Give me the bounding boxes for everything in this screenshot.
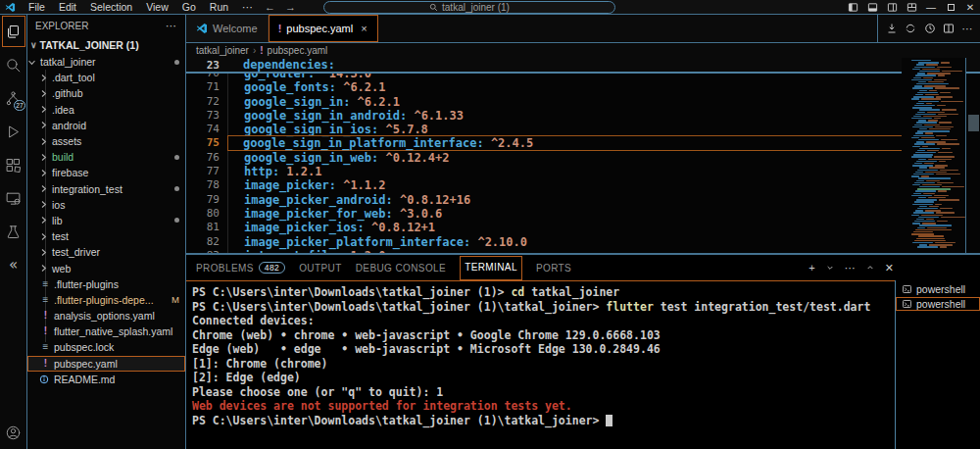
warning-file-icon: ! bbox=[39, 357, 52, 371]
panel-tab-output[interactable]: OUTPUT bbox=[299, 256, 342, 280]
panel-tab-terminal[interactable]: TERMINAL bbox=[460, 256, 522, 280]
tree-item-.dart_tool[interactable]: .dart_tool bbox=[27, 70, 185, 85]
tree-item-.github[interactable]: .github bbox=[27, 85, 185, 101]
close-button[interactable]: ✕ bbox=[960, 0, 980, 14]
editor-tab-welcome[interactable]: Welcome bbox=[186, 15, 269, 42]
close-tab-icon[interactable]: × bbox=[361, 23, 367, 34]
code-line-74[interactable]: 74google_sign_in_ios: ^5.7.8 bbox=[186, 123, 980, 136]
menu-go[interactable]: Go bbox=[175, 0, 203, 14]
minimap-row bbox=[906, 139, 965, 140]
tree-item-web[interactable]: web bbox=[27, 260, 185, 275]
chevron-right-icon bbox=[39, 153, 50, 162]
menu-edit[interactable]: Edit bbox=[52, 0, 83, 14]
tree-item-build[interactable]: build bbox=[27, 149, 185, 165]
scrollbar-thumb[interactable] bbox=[968, 115, 979, 131]
activity-explorer-icon[interactable] bbox=[0, 15, 27, 48]
activity-testing-icon[interactable] bbox=[0, 215, 27, 248]
editor-tab-pubspec-yaml[interactable]: !pubspec.yaml× bbox=[269, 15, 378, 42]
panel-tab-debug-console[interactable]: DEBUG CONSOLE bbox=[356, 256, 446, 280]
sidebar-more-actions-icon[interactable]: ⋯ bbox=[166, 20, 177, 32]
layout-secondary-sidebar-icon[interactable] bbox=[882, 0, 902, 14]
activity-source-control-icon[interactable]: 27 bbox=[0, 81, 27, 115]
tree-item-test[interactable]: test bbox=[27, 228, 185, 244]
minimize-button[interactable]: — bbox=[921, 0, 941, 14]
tree-item-pubspec.yaml[interactable]: !pubspec.yaml bbox=[27, 356, 185, 372]
tree-item-test_driver[interactable]: test_driver bbox=[27, 244, 185, 260]
new-terminal-icon[interactable]: + bbox=[808, 262, 814, 274]
breadcrumb-file[interactable]: pubspec.yaml bbox=[268, 45, 328, 56]
sync-icon[interactable] bbox=[905, 23, 916, 34]
tree-item-assets[interactable]: assets bbox=[27, 133, 185, 149]
tree-item-pubspec.lock[interactable]: ≡pubspec.lock bbox=[27, 339, 185, 355]
layout-panel-icon[interactable] bbox=[862, 0, 882, 14]
split-editor-icon[interactable] bbox=[943, 23, 955, 34]
tree-item-.flutter-plugins[interactable]: ≡.flutter-plugins bbox=[27, 276, 185, 292]
close-panel-icon[interactable]: ✕ bbox=[885, 262, 894, 274]
tree-item-lib[interactable]: lib bbox=[27, 213, 185, 228]
code-line-79[interactable]: 79image_picker_android: ^0.8.12+16 bbox=[186, 193, 980, 207]
tree-item-.idea[interactable]: .idea bbox=[27, 102, 185, 118]
tree-item-label: pubspec.lock bbox=[52, 341, 179, 353]
code-line-75[interactable]: 75google_sign_in_platform_interface: ^2.… bbox=[186, 136, 980, 150]
code-line-77[interactable]: 77http: 1.2.1 bbox=[186, 165, 980, 178]
activity-remote-explorer-icon[interactable] bbox=[0, 181, 27, 215]
timeline-clock-icon[interactable] bbox=[924, 23, 936, 34]
panel-tab-ports[interactable]: PORTS bbox=[536, 256, 571, 280]
menu-[interactable]: ⋯ bbox=[235, 0, 260, 14]
restore-button[interactable] bbox=[941, 0, 960, 14]
minimap-row bbox=[906, 156, 965, 157]
activity-run-debug-icon[interactable] bbox=[0, 115, 27, 148]
run-file-icon[interactable] bbox=[886, 23, 898, 34]
tree-item-android[interactable]: android bbox=[27, 118, 185, 133]
command-center-search[interactable]: tatkal_joiner (1) bbox=[323, 1, 615, 14]
terminal-output[interactable]: PS C:\Users\inter\Downloads\tatkal_joine… bbox=[186, 280, 895, 449]
menu-run[interactable]: Run bbox=[203, 0, 235, 14]
tree-item-firebase[interactable]: firebase bbox=[27, 165, 185, 180]
activity-extensions-icon[interactable] bbox=[0, 148, 27, 181]
menu-selection[interactable]: Selection bbox=[83, 0, 139, 14]
minimap[interactable] bbox=[902, 58, 965, 253]
tree-item-analysis_options.yaml[interactable]: !analysis_options.yaml bbox=[27, 308, 185, 324]
maximize-panel-icon[interactable] bbox=[866, 264, 874, 272]
panel-tab-problems[interactable]: PROBLEMS482 bbox=[196, 256, 285, 280]
more-actions-icon[interactable]: ⋯ bbox=[962, 23, 973, 35]
terminal-instance-1[interactable]: powershell bbox=[896, 282, 980, 297]
tree-item-tatkal_joiner[interactable]: tatkal_joiner bbox=[27, 54, 185, 70]
terminal-dropdown-icon[interactable] bbox=[826, 264, 834, 272]
tree-item-flutter_native_splash.yaml[interactable]: !flutter_native_splash.yaml bbox=[27, 324, 185, 339]
minimap-row bbox=[906, 233, 965, 234]
code-line-78[interactable]: 78image_picker: ^1.1.2 bbox=[186, 178, 980, 192]
layout-sidebar-icon[interactable] bbox=[843, 0, 862, 14]
line-content: google_sign_in_web: ^0.12.4+2 bbox=[227, 151, 964, 165]
menu-view[interactable]: View bbox=[139, 0, 175, 14]
activity-search-icon[interactable] bbox=[0, 48, 27, 81]
terminal-instance-2[interactable]: powershell bbox=[896, 297, 980, 312]
tree-item-integration_test[interactable]: integration_test bbox=[27, 181, 185, 197]
code-line-80[interactable]: 80image_picker_for_web: ^3.0.6 bbox=[186, 207, 980, 221]
activity-flutter-icon[interactable]: « bbox=[0, 248, 27, 281]
menu-file[interactable]: File bbox=[22, 0, 52, 14]
code-line-76[interactable]: 76google_sign_in_web: ^0.12.4+2 bbox=[186, 151, 980, 165]
bottom-panel: PROBLEMS482OUTPUTDEBUG CONSOLETERMINALPO… bbox=[186, 253, 980, 449]
code-line-71[interactable]: 71google_fonts: ^6.2.1 bbox=[186, 80, 980, 94]
tree-item-ios[interactable]: ios bbox=[27, 197, 185, 213]
activity-account-icon[interactable] bbox=[0, 416, 27, 449]
editor-content[interactable]: 23 dependencies: 70go_router: ^14.3.071g… bbox=[186, 58, 980, 253]
line-content: image_picker_android: ^0.8.12+16 bbox=[227, 193, 964, 207]
tree-item-.flutter-plugins-depe...[interactable]: ≡.flutter-plugins-depe...M bbox=[27, 292, 185, 308]
minimap-row bbox=[906, 186, 965, 187]
code-line-81[interactable]: 81image_picker_ios: ^0.8.12+1 bbox=[186, 221, 980, 234]
editor-scrollbar[interactable] bbox=[965, 58, 980, 253]
minimap-row bbox=[906, 175, 965, 176]
panel-more-icon[interactable]: ⋯ bbox=[845, 262, 856, 274]
forward-icon[interactable]: → bbox=[285, 0, 296, 14]
code-line-72[interactable]: 72google_sign_in: ^6.2.1 bbox=[186, 95, 980, 109]
customize-layout-icon[interactable] bbox=[902, 0, 921, 14]
code-line-73[interactable]: 73google_sign_in_android: ^6.1.33 bbox=[186, 109, 980, 123]
sticky-scroll-line[interactable]: 23 dependencies: bbox=[186, 58, 980, 74]
workspace-section[interactable]: ∨ TATKAL_JOINER (1) bbox=[27, 36, 185, 54]
back-icon[interactable]: ← bbox=[265, 0, 275, 14]
tree-item-README.md[interactable]: README.md bbox=[27, 372, 185, 387]
breadcrumb-folder[interactable]: tatkal_joiner bbox=[196, 45, 249, 56]
code-line-82[interactable]: 82image_picker_platform_interface: ^2.10… bbox=[186, 235, 980, 249]
